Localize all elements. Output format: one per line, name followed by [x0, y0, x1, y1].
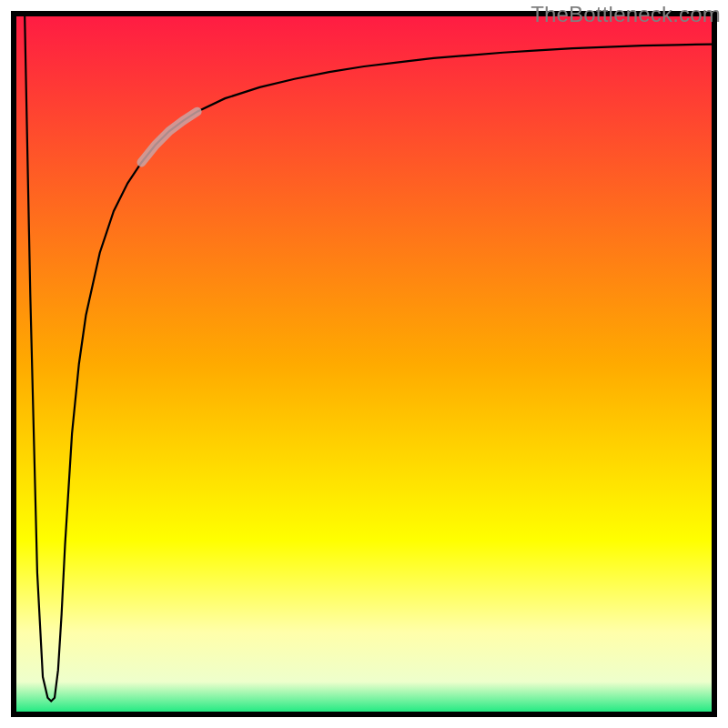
bottleneck-chart — [0, 0, 728, 728]
watermark-text: TheBottleneck.com — [531, 2, 721, 27]
plot-background — [11, 11, 717, 717]
chart-container: TheBottleneck.com — [0, 0, 728, 728]
